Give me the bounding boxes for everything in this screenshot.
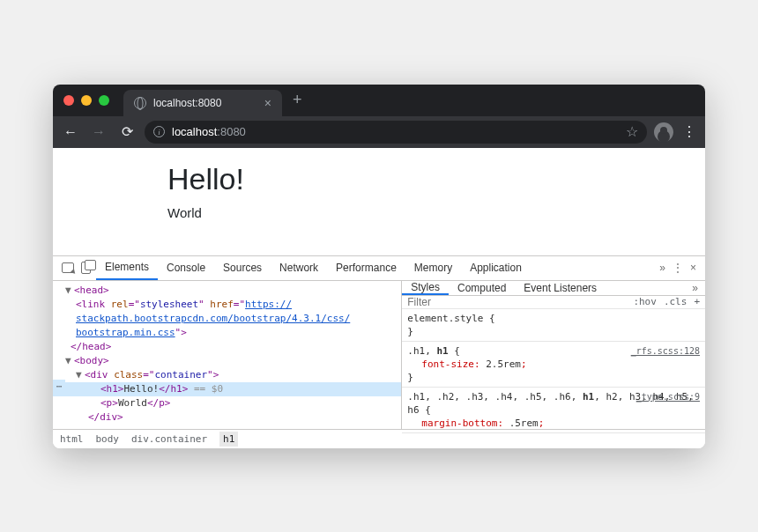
tab-title: localhost:8080 (153, 97, 221, 109)
devtools-close-icon[interactable]: × (690, 262, 696, 274)
maximize-window-button[interactable] (99, 95, 109, 106)
url-host: localhost (172, 125, 217, 138)
tab-sources[interactable]: Sources (214, 256, 271, 280)
url-field[interactable]: i localhost:8080 ☆ (145, 121, 647, 144)
node-div-close[interactable]: </div> (88, 411, 123, 423)
styles-tabs: Styles Computed Event Listeners » (402, 281, 705, 296)
crumb-body[interactable]: body (96, 433, 120, 445)
reload-button[interactable]: ⟳ (116, 122, 137, 143)
address-bar: ← → ⟳ i localhost:8080 ☆ ⋮ (53, 116, 705, 148)
forward-button[interactable]: → (88, 122, 109, 143)
traffic-lights (63, 95, 109, 106)
tab-network[interactable]: Network (271, 256, 327, 280)
styles-filter-input[interactable] (407, 296, 633, 308)
devtools-menu-icon[interactable]: ⋮ (673, 262, 683, 274)
more-tabs-icon[interactable]: » (659, 262, 665, 274)
new-rule-button[interactable]: + (694, 296, 700, 307)
source-link-type[interactable]: _type.scss:9 (636, 390, 700, 403)
styles-panel: Styles Computed Event Listeners » :hov .… (402, 281, 705, 429)
node-p[interactable]: <p>World</p> (53, 396, 401, 410)
browser-tab[interactable]: localhost:8080 × (123, 90, 282, 116)
tab-memory[interactable]: Memory (405, 256, 461, 280)
device-toggle-icon[interactable] (81, 262, 91, 274)
styles-tab-styles[interactable]: Styles (402, 281, 449, 295)
tab-strip: localhost:8080 × + (53, 85, 705, 116)
tab-application[interactable]: Application (461, 256, 531, 280)
elements-tree[interactable]: ▼<head> <link rel="stylesheet" href="htt… (53, 281, 402, 429)
node-head[interactable]: <head> (74, 284, 109, 296)
tab-elements[interactable]: Elements (96, 256, 158, 280)
source-link-rfs[interactable]: _rfs.scss:128 (631, 344, 700, 358)
crumb-h1[interactable]: h1 (219, 432, 238, 447)
node-body[interactable]: <body> (74, 355, 109, 366)
node-h1-selected[interactable]: <h1>Hello!</h1> == $0 (53, 382, 401, 396)
style-block-h1[interactable]: _rfs.scss:128 .h1, h1 { font-size: 2.5re… (402, 342, 705, 388)
devtools-body: ▼<head> <link rel="stylesheet" href="htt… (53, 281, 705, 429)
style-block-headings[interactable]: _type.scss:9 .h1, .h2, .h3, .h4, .h5, .h… (402, 388, 705, 433)
crumb-div[interactable]: div.container (131, 433, 207, 445)
back-button[interactable]: ← (60, 122, 81, 143)
node-head-close[interactable]: </head> (71, 341, 111, 352)
page-heading: Hello! (167, 162, 705, 196)
new-tab-button[interactable]: + (282, 91, 313, 109)
minimize-window-button[interactable] (81, 95, 92, 106)
styles-filter-row: :hov .cls + (402, 296, 705, 309)
page-paragraph: World (167, 205, 705, 220)
page-viewport: Hello! World (53, 148, 705, 255)
site-info-icon[interactable]: i (153, 126, 165, 137)
browser-window: localhost:8080 × + ← → ⟳ i localhost:808… (53, 85, 705, 448)
devtools-panel: Elements Console Sources Network Perform… (53, 255, 705, 448)
bookmark-icon[interactable]: ☆ (626, 123, 638, 140)
tab-performance[interactable]: Performance (327, 256, 405, 280)
close-tab-button[interactable]: × (264, 97, 271, 109)
style-block-element[interactable]: element.style { } (402, 309, 705, 342)
globe-icon (134, 97, 146, 109)
url-port: :8080 (217, 125, 246, 138)
more-styles-tabs-icon[interactable]: » (692, 282, 705, 294)
browser-menu-button[interactable]: ⋮ (680, 123, 698, 140)
crumb-html[interactable]: html (60, 433, 84, 445)
element-picker-icon[interactable] (62, 262, 74, 273)
devtools-tabs: Elements Console Sources Network Perform… (53, 256, 705, 281)
tab-console[interactable]: Console (158, 256, 214, 280)
styles-tab-listeners[interactable]: Event Listeners (515, 281, 606, 295)
hov-toggle[interactable]: :hov (633, 296, 657, 307)
styles-tab-computed[interactable]: Computed (449, 281, 515, 295)
profile-avatar[interactable] (654, 122, 673, 142)
close-window-button[interactable] (63, 95, 74, 106)
cls-toggle[interactable]: .cls (664, 296, 687, 307)
